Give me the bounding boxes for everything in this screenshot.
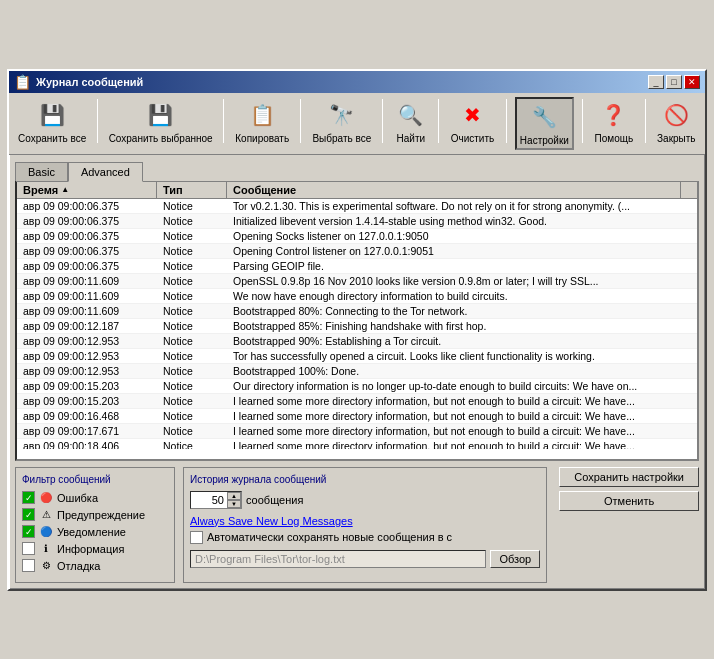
count-input[interactable] (191, 492, 227, 508)
cell-type: Notice (157, 229, 227, 243)
table-row[interactable]: авр 09 09:00:16.468 Notice I learned som… (17, 409, 697, 424)
filter-checkbox-info[interactable] (22, 542, 35, 555)
cell-message: Bootstrapped 85%: Finishing handshake wi… (227, 319, 697, 333)
table-row[interactable]: авр 09 09:00:06.375 Notice Opening Contr… (17, 244, 697, 259)
clear-button[interactable]: ✖ Очистить (447, 97, 497, 146)
filter-label-info: Информация (57, 543, 124, 555)
cell-message: Opening Control listener on 127.0.0.1:90… (227, 244, 697, 258)
header-time[interactable]: Время ▲ (17, 182, 157, 198)
cell-type: Notice (157, 379, 227, 393)
table-row[interactable]: авр 09 09:00:12.187 Notice Bootstrapped … (17, 319, 697, 334)
close-window-button[interactable]: ✕ (684, 75, 700, 89)
save-selected-icon: 💾 (145, 99, 177, 131)
scroll-header-filler (681, 182, 697, 198)
cell-type: Notice (157, 364, 227, 378)
clear-icon: ✖ (456, 99, 488, 131)
table-row[interactable]: авр 09 09:00:06.375 Notice Initialized l… (17, 214, 697, 229)
save-selected-button[interactable]: 💾 Сохранить выбранное (106, 97, 215, 146)
cell-time: авр 09 09:00:15.203 (17, 394, 157, 408)
table-row[interactable]: авр 09 09:00:17.671 Notice I learned som… (17, 424, 697, 439)
table-row[interactable]: авр 09 09:00:12.953 Notice Bootstrapped … (17, 364, 697, 379)
table-row[interactable]: авр 09 09:00:12.953 Notice Tor has succe… (17, 349, 697, 364)
sort-arrow-icon: ▲ (61, 185, 69, 194)
cell-time: авр 09 09:00:06.375 (17, 214, 157, 228)
help-button[interactable]: ❓ Помощь (591, 97, 636, 146)
table-row[interactable]: авр 09 09:00:12.953 Notice Bootstrapped … (17, 334, 697, 349)
cell-type: Notice (157, 304, 227, 318)
copy-icon: 📋 (246, 99, 278, 131)
filter-icon-notice: 🔵 (39, 525, 53, 539)
tab-advanced[interactable]: Advanced (68, 162, 143, 182)
cell-time: авр 09 09:00:18.406 (17, 439, 157, 449)
table-row[interactable]: авр 09 09:00:15.203 Notice Our directory… (17, 379, 697, 394)
table-row[interactable]: авр 09 09:00:11.609 Notice OpenSSL 0.9.8… (17, 274, 697, 289)
cell-type: Notice (157, 244, 227, 258)
cell-message: Bootstrapped 80%: Connecting to the Tor … (227, 304, 697, 318)
cell-message: I learned some more directory informatio… (227, 439, 697, 449)
table-row[interactable]: авр 09 09:00:06.375 Notice Tor v0.2.1.30… (17, 199, 697, 214)
cancel-button[interactable]: Отменить (559, 491, 699, 511)
settings-button[interactable]: 🔧 Настройки (515, 97, 575, 150)
filter-checkbox-debug[interactable] (22, 559, 35, 572)
cell-message: Tor v0.2.1.30. This is experimental soft… (227, 199, 697, 213)
help-icon: ❓ (598, 99, 630, 131)
copy-button[interactable]: 📋 Копировать (232, 97, 292, 146)
cell-time: авр 09 09:00:11.609 (17, 274, 157, 288)
cell-time: авр 09 09:00:06.375 (17, 244, 157, 258)
cell-message: I learned some more directory informatio… (227, 409, 697, 423)
filter-checkbox-error[interactable]: ✓ (22, 491, 35, 504)
filter-checkbox-warning[interactable]: ✓ (22, 508, 35, 521)
cell-time: авр 09 09:00:15.203 (17, 379, 157, 393)
toolbar-sep-6 (506, 99, 507, 143)
filter-item-notice: ✓ 🔵 Уведомление (22, 525, 168, 539)
spinner-down[interactable]: ▼ (227, 500, 241, 508)
save-all-button[interactable]: 💾 Сохранить все (15, 97, 89, 146)
table-row[interactable]: авр 09 09:00:06.375 Notice Parsing GEOIP… (17, 259, 697, 274)
filter-icon-error: 🔴 (39, 491, 53, 505)
header-type[interactable]: Тип (157, 182, 227, 198)
messages-unit-label: сообщения (246, 494, 303, 506)
tab-basic[interactable]: Basic (15, 162, 68, 182)
settings-icon: 🔧 (528, 101, 560, 133)
header-message[interactable]: Сообщение (227, 182, 681, 198)
cell-time: авр 09 09:00:06.375 (17, 229, 157, 243)
minimize-button[interactable]: _ (648, 75, 664, 89)
find-button[interactable]: 🔍 Найти (391, 97, 430, 146)
select-all-button[interactable]: 🔭 Выбрать все (309, 97, 374, 146)
cell-time: авр 09 09:00:12.953 (17, 334, 157, 348)
always-save-link[interactable]: Always Save New Log Messages (190, 515, 540, 527)
filter-label-notice: Уведомление (57, 526, 126, 538)
table-row[interactable]: авр 09 09:00:18.406 Notice I learned som… (17, 439, 697, 449)
log-panel: Время ▲ Тип Сообщение авр 09 09:00:06.37… (15, 181, 699, 461)
close-button[interactable]: 🚫 Закрыть (654, 97, 699, 146)
save-all-label: Сохранить все (18, 133, 86, 144)
filter-checkbox-notice[interactable]: ✓ (22, 525, 35, 538)
table-row[interactable]: авр 09 09:00:15.203 Notice I learned som… (17, 394, 697, 409)
count-spinner[interactable]: ▲ ▼ (190, 491, 242, 509)
log-table-body[interactable]: авр 09 09:00:06.375 Notice Tor v0.2.1.30… (17, 199, 697, 449)
cell-type: Notice (157, 409, 227, 423)
cell-message: Our directory information is no longer u… (227, 379, 697, 393)
save-settings-button[interactable]: Сохранить настройки (559, 467, 699, 487)
cell-message: Bootstrapped 100%: Done. (227, 364, 697, 378)
table-row[interactable]: авр 09 09:00:11.609 Notice Bootstrapped … (17, 304, 697, 319)
spinner-up[interactable]: ▲ (227, 492, 241, 500)
file-path-input[interactable] (190, 550, 486, 568)
filter-box: Фильтр сообщений ✓ 🔴 Ошибка ✓ ⚠ Предупре… (15, 467, 175, 583)
main-window: 📋 Журнал сообщений _ □ ✕ 💾 Сохранить все… (7, 69, 707, 591)
maximize-button[interactable]: □ (666, 75, 682, 89)
cell-type: Notice (157, 214, 227, 228)
copy-label: Копировать (235, 133, 289, 144)
browse-button[interactable]: Обзор (490, 550, 540, 568)
filter-icon-debug: ⚙ (39, 559, 53, 573)
table-row[interactable]: авр 09 09:00:06.375 Notice Opening Socks… (17, 229, 697, 244)
toolbar: 💾 Сохранить все 💾 Сохранить выбранное 📋 … (9, 93, 705, 155)
cell-type: Notice (157, 319, 227, 333)
cell-message: Bootstrapped 90%: Establishing a Tor cir… (227, 334, 697, 348)
auto-save-checkbox[interactable] (190, 531, 203, 544)
filter-item-debug: ⚙ Отладка (22, 559, 168, 573)
table-row[interactable]: авр 09 09:00:11.609 Notice We now have e… (17, 289, 697, 304)
toolbar-sep-3 (300, 99, 301, 143)
log-table-header: Время ▲ Тип Сообщение (17, 182, 697, 199)
cell-time: авр 09 09:00:12.187 (17, 319, 157, 333)
